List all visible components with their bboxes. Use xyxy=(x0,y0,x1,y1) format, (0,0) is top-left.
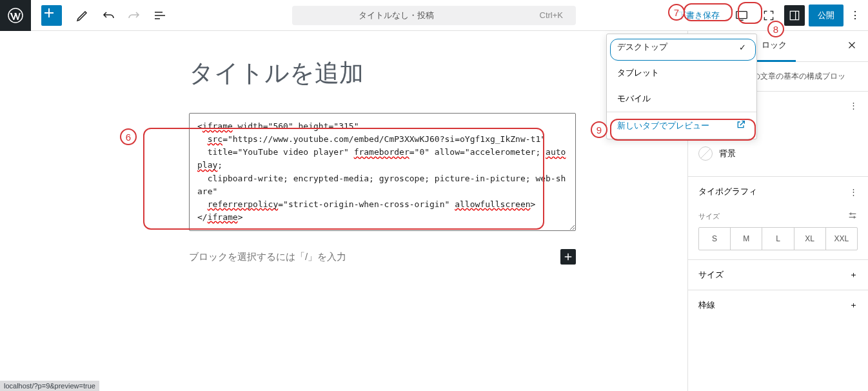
preview-tablet[interactable]: タブレット xyxy=(607,60,756,86)
panel-more-icon[interactable]: ⋮ xyxy=(849,101,858,110)
preview-dropdown: デスクトップ ✓ タブレット モバイル 新しいタブでプレビュー xyxy=(606,34,757,139)
block-appender[interactable]: ブロックを選択するには「/」を入力 xyxy=(189,249,576,265)
annotation-7: 7 xyxy=(668,4,685,21)
svg-rect-2 xyxy=(790,11,798,19)
document-title-bar[interactable]: タイトルなし・投稿 Ctrl+K xyxy=(292,6,576,25)
size-xl[interactable]: XL xyxy=(794,228,826,250)
code-block[interactable]: <iframe width="560" height="315" src="ht… xyxy=(189,113,576,231)
preview-desktop[interactable]: デスクトップ ✓ xyxy=(607,34,756,60)
outline-button[interactable] xyxy=(148,4,172,27)
add-block-icon[interactable] xyxy=(560,249,576,265)
typography-panel: タイポグラフィ ⋮ サイズ S M L XL XXL xyxy=(688,176,868,259)
size-xxl[interactable]: XXL xyxy=(826,228,857,250)
post-title-input[interactable]: タイトルを追加 xyxy=(189,57,576,90)
check-icon: ✓ xyxy=(739,43,746,52)
edit-tool-button[interactable] xyxy=(71,4,94,27)
plus-icon: ＋ xyxy=(849,299,858,311)
close-sidebar-button[interactable] xyxy=(841,34,863,59)
block-prompt-text: ブロックを選択するには「/」を入力 xyxy=(189,251,346,263)
undo-button[interactable] xyxy=(97,4,120,27)
redo-button[interactable] xyxy=(123,4,146,27)
more-menu-button[interactable]: ⋮ xyxy=(847,4,863,27)
size-m[interactable]: M xyxy=(731,228,762,250)
panel-more-icon[interactable]: ⋮ xyxy=(849,187,858,197)
bg-color-row[interactable]: 背景 xyxy=(698,140,858,167)
svg-rect-1 xyxy=(736,11,747,18)
top-toolbar: タイトルなし・投稿 Ctrl+K 下書き保存 公開 ⋮ xyxy=(0,0,868,31)
border-panel-toggle[interactable]: 枠線 ＋ xyxy=(688,290,868,320)
size-s[interactable]: S xyxy=(699,228,731,250)
plus-icon: ＋ xyxy=(849,269,858,281)
preview-mobile[interactable]: モバイル xyxy=(607,86,756,112)
size-l[interactable]: L xyxy=(762,228,794,250)
dimensions-panel-toggle[interactable]: サイズ ＋ xyxy=(688,259,868,290)
add-block-button[interactable] xyxy=(41,5,62,26)
bg-color-swatch xyxy=(698,146,713,161)
wordpress-logo[interactable] xyxy=(0,0,31,31)
annotation-9: 9 xyxy=(591,121,607,138)
font-size-buttons: S M L XL XXL xyxy=(698,227,858,250)
annotation-6: 6 xyxy=(120,128,137,145)
shortcut-hint: Ctrl+K xyxy=(540,10,563,20)
preview-button[interactable] xyxy=(730,4,753,27)
settings-panel-button[interactable] xyxy=(784,5,805,26)
editor-canvas[interactable]: タイトルを追加 <iframe width="560" height="315"… xyxy=(0,31,687,391)
document-title: タイトルなし・投稿 xyxy=(359,10,434,21)
annotation-8: 8 xyxy=(767,21,784,37)
external-link-icon xyxy=(736,119,746,132)
typography-heading: タイポグラフィ xyxy=(698,186,757,197)
status-bar: localhost/?p=9&preview=true xyxy=(0,381,99,391)
preview-new-tab[interactable]: 新しいタブでプレビュー xyxy=(607,112,756,139)
size-settings-icon[interactable] xyxy=(847,210,858,222)
publish-button[interactable]: 公開 xyxy=(809,5,843,26)
size-label: サイズ xyxy=(698,212,720,221)
